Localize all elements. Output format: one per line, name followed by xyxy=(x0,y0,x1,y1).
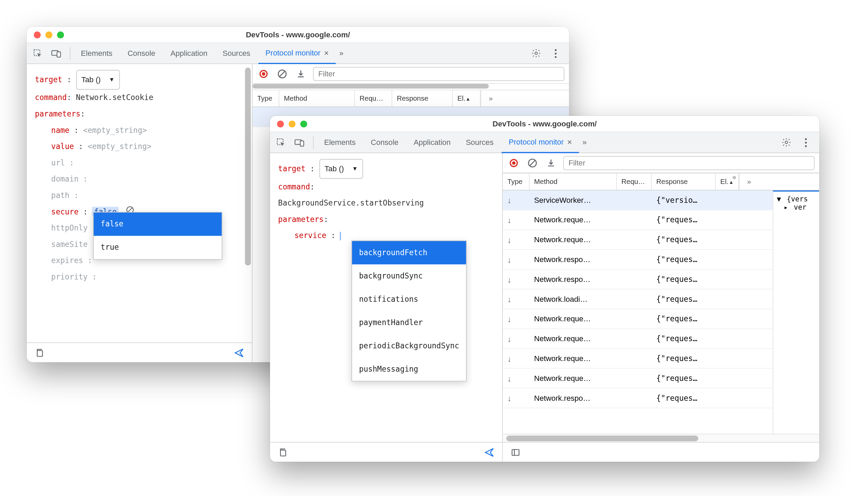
svg-rect-2 xyxy=(57,51,61,57)
settings-icon[interactable] xyxy=(528,46,544,61)
device-toolbar-icon[interactable] xyxy=(49,46,64,61)
col-elapsed[interactable]: El.▴ xyxy=(453,90,481,107)
tab-application[interactable]: Application xyxy=(407,132,458,153)
param-sameSite-label: sameSite xyxy=(51,240,88,249)
table-row[interactable]: ↓Network.respo…{"reques… xyxy=(503,270,819,289)
col-response[interactable]: Response xyxy=(652,174,716,190)
close-window-button[interactable] xyxy=(277,120,284,127)
col-response[interactable]: Response xyxy=(392,90,453,107)
param-priority-label: priority xyxy=(51,273,88,282)
table-row[interactable]: ↓Network.loadi…{"reques… xyxy=(503,289,819,309)
table-row[interactable]: ↓Network.reque…{"reques… xyxy=(503,210,819,230)
tree-child[interactable]: ver xyxy=(794,203,806,211)
table-row[interactable]: ↓Network.reque…{"reques… xyxy=(503,369,819,388)
table-row[interactable]: ↓Network.reque…{"reques… xyxy=(503,349,819,369)
svg-point-6 xyxy=(555,56,557,58)
toggle-sidebar-icon[interactable] xyxy=(509,445,523,459)
col-method[interactable]: Method xyxy=(279,90,355,107)
autocomplete-item[interactable]: backgroundSync xyxy=(352,264,467,288)
tab-protocol-monitor[interactable]: Protocol monitor × xyxy=(502,132,579,153)
tab-application[interactable]: Application xyxy=(164,43,215,64)
table-row[interactable]: ↓Network.respo…{"reques… xyxy=(503,388,819,408)
col-method[interactable]: Method xyxy=(529,174,617,190)
more-columns-icon[interactable]: » xyxy=(739,174,759,190)
autocomplete-item[interactable]: false xyxy=(94,213,222,236)
record-button[interactable] xyxy=(257,67,270,80)
text-cursor xyxy=(340,232,341,241)
more-tabs-icon[interactable]: » xyxy=(337,49,346,58)
col-type[interactable]: Type xyxy=(253,90,279,107)
tab-sources[interactable]: Sources xyxy=(216,43,257,64)
copy-icon[interactable] xyxy=(276,445,290,459)
tab-console[interactable]: Console xyxy=(120,43,162,64)
tab-protocol-monitor-label: Protocol monitor xyxy=(509,137,564,146)
minimize-window-button[interactable] xyxy=(289,120,295,127)
autocomplete-item[interactable]: notifications xyxy=(352,288,467,311)
tree-root[interactable]: {vers xyxy=(787,195,808,203)
param-value-value[interactable]: <empty_string> xyxy=(88,142,151,151)
command-value[interactable]: Network.setCookie xyxy=(76,93,153,102)
inspect-icon[interactable] xyxy=(273,135,289,150)
kebab-menu-icon[interactable] xyxy=(548,46,563,61)
close-tab-icon[interactable]: × xyxy=(567,137,572,146)
svg-point-17 xyxy=(805,141,807,143)
param-name-label: name xyxy=(51,126,69,135)
device-toolbar-icon[interactable] xyxy=(292,135,307,150)
minimize-window-button[interactable] xyxy=(46,31,52,38)
horizontal-scrollbar[interactable] xyxy=(503,434,819,442)
table-row[interactable]: ↓Network.reque…{"reques… xyxy=(503,329,819,349)
col-elapsed[interactable]: El.▴ xyxy=(716,174,739,190)
clear-log-icon[interactable] xyxy=(276,67,289,80)
kebab-menu-icon[interactable] xyxy=(798,135,813,150)
param-name-value[interactable]: <empty_string> xyxy=(83,126,147,135)
close-tab-icon[interactable]: × xyxy=(324,48,329,57)
table-row[interactable]: ↓ServiceWorker…{"versio… xyxy=(503,190,819,210)
tab-sources[interactable]: Sources xyxy=(459,132,500,153)
zoom-window-button[interactable] xyxy=(300,120,307,127)
vertical-scrollbar[interactable] xyxy=(244,64,252,362)
more-columns-icon[interactable]: » xyxy=(481,90,500,107)
target-select[interactable]: Tab () ▼ xyxy=(319,159,363,179)
autocomplete-item[interactable]: periodicBackgroundSync xyxy=(352,334,467,358)
autocomplete-item[interactable]: backgroundFetch xyxy=(352,241,467,264)
download-icon[interactable] xyxy=(545,156,557,169)
clear-log-icon[interactable] xyxy=(526,156,539,169)
parameters-label: parameters xyxy=(278,215,324,224)
target-select[interactable]: Tab () ▼ xyxy=(76,70,120,90)
response-tree-pane: ▼ {vers ▸ ver xyxy=(773,190,819,434)
command-value[interactable]: BackgroundService.startObserving xyxy=(278,199,424,208)
close-window-button[interactable] xyxy=(34,31,41,38)
inspect-icon[interactable] xyxy=(30,46,45,61)
zoom-window-button[interactable] xyxy=(57,31,64,38)
col-type[interactable]: Type xyxy=(503,174,529,190)
table-row[interactable]: ↓Network.reque…{"reques… xyxy=(503,309,819,329)
filter-input[interactable] xyxy=(563,156,815,170)
tab-elements[interactable]: Elements xyxy=(317,132,363,153)
traffic-lights xyxy=(27,31,64,38)
svg-point-3 xyxy=(535,52,537,54)
autocomplete-item[interactable]: pushMessaging xyxy=(352,358,467,381)
target-select-value: Tab () xyxy=(81,72,101,88)
tab-console[interactable]: Console xyxy=(364,132,406,153)
download-icon[interactable] xyxy=(294,67,307,80)
svg-rect-14 xyxy=(300,141,304,146)
svg-point-15 xyxy=(785,141,787,144)
more-tabs-icon[interactable]: » xyxy=(580,138,589,147)
filter-input[interactable] xyxy=(313,67,564,81)
param-secure-label: secure xyxy=(51,207,79,216)
autocomplete-item[interactable]: paymentHandler xyxy=(352,311,467,334)
record-button[interactable] xyxy=(507,156,520,169)
table-row[interactable]: ↓Network.reque…{"reques… xyxy=(503,230,819,250)
send-command-icon[interactable] xyxy=(482,445,496,459)
horizontal-scrollbar-top[interactable] xyxy=(253,84,569,90)
table-row[interactable]: ↓Network.respo…{"reques… xyxy=(503,250,819,270)
param-expires-label: expires xyxy=(51,256,83,265)
col-request[interactable]: Requ… xyxy=(355,90,392,107)
autocomplete-item[interactable]: true xyxy=(94,236,222,259)
tab-elements[interactable]: Elements xyxy=(74,43,119,64)
settings-icon[interactable] xyxy=(779,135,794,150)
svg-point-4 xyxy=(555,49,557,51)
copy-icon[interactable] xyxy=(33,346,47,360)
tab-protocol-monitor[interactable]: Protocol monitor × xyxy=(258,43,336,64)
col-request[interactable]: Requ… xyxy=(617,174,652,190)
